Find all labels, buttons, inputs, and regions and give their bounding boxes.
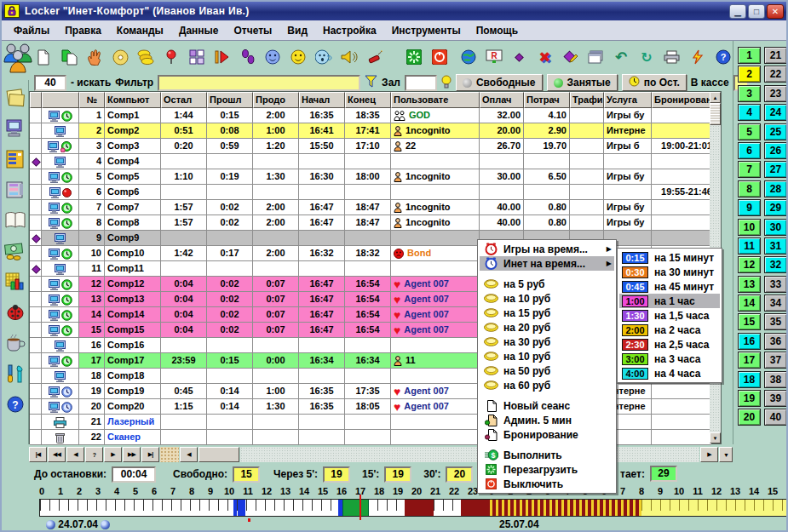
context-menu-item-17[interactable]: Перезагрузить <box>480 462 614 477</box>
station-button-19[interactable]: 19 <box>738 390 761 407</box>
submenu-item-5[interactable]: 2:00 на 2 часа <box>619 323 720 337</box>
context-menu-item-4[interactable]: на 10 руб <box>480 291 614 306</box>
nav-button-4[interactable]: ? <box>85 447 103 462</box>
column-header[interactable]: Остал <box>161 92 207 108</box>
station-button-21[interactable]: 21 <box>764 47 787 64</box>
context-menu-item-18[interactable]: Выключить <box>480 477 614 491</box>
station-button-5[interactable]: 5 <box>738 123 761 140</box>
station-button-22[interactable]: 22 <box>764 66 787 83</box>
column-header[interactable]: № <box>79 92 105 108</box>
minimize-button[interactable]: ▁ <box>729 4 746 19</box>
menu-item-1[interactable]: Файлы <box>7 23 56 38</box>
context-menu-item-3[interactable]: на 5 руб <box>480 277 614 291</box>
table-row[interactable]: 8Comp81:570:022:0016:4718:471ncognito40.… <box>30 215 711 231</box>
context-menu-item-10[interactable]: на 60 руб <box>480 378 614 392</box>
station-button-9[interactable]: 9 <box>738 199 761 216</box>
bulb-icon[interactable] <box>441 75 452 91</box>
station-button-17[interactable]: 17 <box>738 352 761 369</box>
context-menu-item-16[interactable]: $Выполнить <box>480 448 614 462</box>
power-icon[interactable] <box>429 46 449 68</box>
play-icon[interactable] <box>212 46 232 68</box>
station-button-34[interactable]: 34 <box>764 295 787 312</box>
station-button-3[interactable]: 3 <box>738 85 761 102</box>
workstation-icon[interactable] <box>3 117 27 140</box>
menu-item-8[interactable]: Инструменты <box>385 23 468 38</box>
station-button-6[interactable]: 6 <box>738 142 761 159</box>
undo-icon[interactable]: ↶ <box>612 46 631 68</box>
scroll-thumb[interactable] <box>710 103 721 125</box>
context-menu-item-0[interactable]: Игры на время...▶ <box>480 242 614 256</box>
submenu-item-7[interactable]: 3:00 на 3 часа <box>619 352 720 366</box>
smiley-yellow-icon[interactable] <box>289 46 308 68</box>
station-button-26[interactable]: 26 <box>764 142 787 159</box>
context-menu-item-14[interactable]: Бронирование <box>480 427 614 442</box>
lightning-icon[interactable] <box>687 46 707 68</box>
context-menu-item-9[interactable]: на 50 руб <box>480 363 614 378</box>
table-row[interactable]: 5Comp51:100:191:3016:3018:001ncognito30.… <box>30 169 711 185</box>
coins-icon[interactable] <box>136 46 156 68</box>
station-button-2[interactable]: 2 <box>738 66 761 83</box>
station-button-29[interactable]: 29 <box>764 199 787 216</box>
context-menu-item-1[interactable]: Инет на время...▶ <box>480 256 614 271</box>
hscroll-left-icon[interactable]: ◀ <box>180 447 198 462</box>
column-header[interactable] <box>30 92 42 108</box>
scroll-down-icon[interactable]: ▼ <box>710 432 721 443</box>
table-row[interactable]: 6Comp619:55-21:46 <box>30 185 711 200</box>
hand-icon[interactable] <box>85 46 105 68</box>
globe-icon[interactable] <box>458 46 478 68</box>
organizer-icon[interactable] <box>3 179 27 201</box>
pin-icon[interactable] <box>161 46 181 68</box>
busy-filter-button[interactable]: Занятые <box>547 74 618 91</box>
station-button-31[interactable]: 31 <box>764 237 787 255</box>
column-header[interactable]: Прошл <box>207 92 253 108</box>
maximize-button[interactable]: □ <box>748 4 765 19</box>
by-remaining-button[interactable]: по Ост. <box>622 74 687 91</box>
funnel-icon[interactable] <box>365 75 377 90</box>
server-icon[interactable] <box>3 148 27 170</box>
station-button-1[interactable]: 1 <box>738 47 761 64</box>
title-bar[interactable]: Locker "Инет-Комфорт" (Иванов Иван Ив.) … <box>2 2 786 20</box>
dropdown-icon[interactable]: ▼ <box>719 447 733 462</box>
submenu-item-6[interactable]: 2:30 на 2,5 часа <box>619 337 720 352</box>
submenu-item-2[interactable]: 0:45 на 45 минут <box>619 279 720 294</box>
close-button[interactable]: ✕ <box>767 4 784 19</box>
station-button-16[interactable]: 16 <box>738 333 761 350</box>
station-button-25[interactable]: 25 <box>764 123 787 140</box>
station-button-4[interactable]: 4 <box>738 104 761 121</box>
context-menu-item-5[interactable]: на 15 руб <box>480 306 614 320</box>
bug-icon[interactable] <box>3 301 27 323</box>
station-button-12[interactable]: 12 <box>738 256 761 273</box>
station-button-14[interactable]: 14 <box>738 295 761 312</box>
context-menu-item-6[interactable]: на 20 руб <box>480 320 614 335</box>
book-icon[interactable] <box>3 209 27 232</box>
column-header[interactable]: Продо <box>253 92 299 108</box>
schedule-icon[interactable] <box>3 271 27 293</box>
table-row[interactable]: 7Comp71:570:022:0016:4718:471ncognito40.… <box>30 200 711 215</box>
free-filter-button[interactable]: Свободные <box>456 74 543 91</box>
station-button-11[interactable]: 11 <box>738 237 761 255</box>
money-icon[interactable] <box>3 240 27 262</box>
column-header[interactable]: Компьют <box>105 92 161 108</box>
hand-right-icon[interactable] <box>101 520 110 529</box>
coffee-icon[interactable] <box>3 332 27 354</box>
station-button-38[interactable]: 38 <box>764 371 787 388</box>
dynamite-icon[interactable] <box>365 46 385 68</box>
column-header[interactable]: Пользовате <box>391 92 480 108</box>
station-button-7[interactable]: 7 <box>738 161 761 178</box>
nav-button-3[interactable]: ◀ <box>66 447 84 462</box>
window-icon[interactable] <box>586 46 606 68</box>
station-button-23[interactable]: 23 <box>764 85 787 102</box>
remote-screen-icon[interactable]: R <box>484 46 503 68</box>
table-row[interactable]: 4Comp4 <box>30 154 711 169</box>
tiles-icon[interactable] <box>187 46 206 68</box>
nav-button-2[interactable]: ◀◀ <box>48 447 66 462</box>
station-button-32[interactable]: 32 <box>764 256 787 273</box>
edit-diamond-icon[interactable] <box>561 46 580 68</box>
scroll-up-icon[interactable]: ▲ <box>710 92 721 103</box>
station-button-20[interactable]: 20 <box>738 409 761 426</box>
smiley-blue-icon[interactable] <box>263 46 283 68</box>
print-icon[interactable] <box>662 46 682 68</box>
station-button-28[interactable]: 28 <box>764 180 787 197</box>
help-icon[interactable]: ? <box>713 46 733 68</box>
table-row[interactable]: 1Comp11:440:152:0016:3518:35GOD32.004.10… <box>30 108 711 123</box>
